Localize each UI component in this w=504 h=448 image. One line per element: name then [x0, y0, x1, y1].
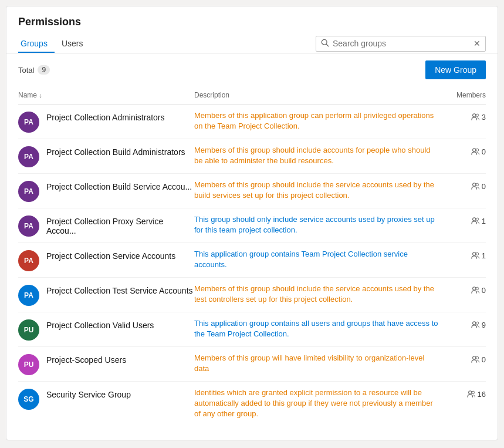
members-cell: 3 — [439, 105, 486, 139]
table-row[interactable]: PU Project-Scoped Users Members of this … — [18, 347, 486, 382]
description-text: This group should only include service a… — [194, 215, 435, 234]
search-input[interactable] — [333, 39, 473, 48]
table-body: PA Project Collection Administrators Mem… — [18, 105, 486, 426]
svg-point-6 — [472, 183, 475, 186]
total-badge: 9 — [38, 65, 50, 75]
name-cell: SG Security Service Group — [18, 382, 194, 426]
group-name[interactable]: Project Collection Build Service Accou..… — [46, 180, 192, 191]
tabs: Groups Users — [18, 34, 94, 53]
table-row[interactable]: SG Security Service Group Identities whi… — [18, 382, 486, 426]
svg-point-3 — [476, 114, 478, 116]
name-cell: PU Project-Scoped Users — [18, 347, 194, 382]
description-cell: This application group contains all user… — [194, 312, 439, 347]
members-icon — [471, 182, 479, 192]
description-cell: Members of this group will have limited … — [194, 347, 439, 382]
members-cell: 0 — [439, 139, 486, 174]
col-header-description: Description — [194, 86, 439, 105]
svg-point-8 — [472, 218, 475, 221]
col-header-members: Members — [439, 86, 486, 105]
svg-point-5 — [476, 149, 478, 151]
table-row[interactable]: PU Project Collection Valid Users This a… — [18, 312, 486, 347]
svg-point-14 — [472, 322, 475, 325]
table-row[interactable]: PA Project Collection Service Accounts T… — [18, 243, 486, 278]
group-name[interactable]: Project Collection Administrators — [46, 110, 165, 122]
avatar: PA — [18, 181, 39, 202]
avatar: PU — [18, 319, 39, 341]
svg-point-7 — [476, 183, 478, 186]
members-cell: 1 — [439, 243, 486, 278]
tab-groups[interactable]: Groups — [18, 34, 55, 53]
members-icon — [471, 147, 479, 157]
avatar: PU — [18, 354, 39, 375]
svg-point-10 — [472, 252, 475, 255]
members-icon — [471, 286, 479, 296]
groups-table: Name ↓ Description Members PA Project Co… — [18, 86, 486, 426]
svg-point-13 — [476, 287, 478, 289]
table-row[interactable]: PA Project Collection Proxy Service Acco… — [18, 208, 486, 243]
group-name[interactable]: Project Collection Service Accounts — [46, 249, 175, 261]
members-icon — [471, 321, 479, 331]
group-name[interactable]: Project-Scoped Users — [46, 353, 126, 365]
description-text: Members of this group should include acc… — [194, 146, 431, 165]
svg-point-19 — [472, 391, 474, 393]
svg-point-16 — [472, 356, 475, 359]
table-row[interactable]: PA Project Collection Build Service Acco… — [18, 174, 486, 208]
members-icon — [471, 113, 479, 123]
avatar: SG — [18, 389, 39, 410]
members-cell: 16 — [439, 382, 486, 426]
group-name[interactable]: Security Service Group — [46, 388, 131, 399]
members-icon — [471, 217, 479, 227]
svg-point-11 — [476, 252, 478, 255]
members-icon — [471, 355, 479, 365]
table-row[interactable]: PA Project Collection Build Administrato… — [18, 139, 486, 174]
member-count: 0 — [482, 355, 486, 364]
members-cell: 0 — [439, 174, 486, 208]
search-icon — [321, 39, 329, 49]
avatar: PA — [18, 250, 39, 271]
member-count: 0 — [482, 182, 486, 191]
description-cell: Members of this group should include the… — [194, 174, 439, 208]
avatar: PA — [18, 146, 39, 167]
new-group-button[interactable]: New Group — [425, 60, 486, 79]
group-name[interactable]: Project Collection Build Administrators — [46, 145, 185, 157]
description-text: This application group contains all user… — [194, 319, 438, 338]
name-cell: PA Project Collection Test Service Accou… — [18, 278, 194, 312]
description-text: Identities which are granted explicit pe… — [194, 388, 433, 418]
member-count: 1 — [482, 251, 486, 260]
group-name[interactable]: Project Collection Proxy Service Accou..… — [46, 214, 194, 235]
member-count: 9 — [482, 321, 486, 329]
permissions-panel: Permissions Groups Users ✕ Total 9 — [6, 6, 498, 440]
tab-users[interactable]: Users — [59, 34, 90, 53]
clear-search-icon[interactable]: ✕ — [473, 39, 481, 48]
name-cell: PA Project Collection Build Service Acco… — [18, 174, 194, 208]
name-cell: PA Project Collection Service Accounts — [18, 243, 194, 278]
table-header-row: Name ↓ Description Members — [18, 86, 486, 105]
table-row[interactable]: PA Project Collection Test Service Accou… — [18, 278, 486, 312]
description-cell: Members of this group should include acc… — [194, 139, 439, 174]
description-cell: Members of this group should include the… — [194, 278, 439, 312]
svg-point-12 — [472, 287, 475, 290]
members-icon — [467, 390, 475, 400]
member-count: 0 — [482, 286, 486, 295]
table-row[interactable]: PA Project Collection Administrators Mem… — [18, 105, 486, 139]
group-name[interactable]: Project Collection Valid Users — [46, 318, 154, 330]
name-cell: PA Project Collection Administrators — [18, 105, 194, 139]
description-text: Members of this group will have limited … — [194, 353, 424, 373]
total-label: Total 9 — [18, 65, 50, 75]
name-cell: PA Project Collection Build Administrato… — [18, 139, 194, 174]
member-count: 0 — [482, 147, 486, 156]
description-text: Members of this group should include the… — [194, 180, 434, 200]
col-header-name: Name ↓ — [18, 86, 194, 105]
svg-point-2 — [472, 114, 475, 117]
sort-arrow[interactable]: ↓ — [39, 92, 42, 99]
group-name[interactable]: Project Collection Test Service Accounts — [46, 284, 193, 295]
avatar: PA — [18, 215, 39, 237]
svg-point-15 — [476, 322, 478, 324]
page-title: Permissions — [18, 16, 486, 28]
search-bar: ✕ — [316, 36, 486, 52]
name-cell: PU Project Collection Valid Users — [18, 312, 194, 347]
description-text: This application group contains Team Pro… — [194, 250, 408, 269]
name-cell: PA Project Collection Proxy Service Acco… — [18, 208, 194, 243]
members-cell: 0 — [439, 278, 486, 312]
members-cell: 0 — [439, 347, 486, 382]
